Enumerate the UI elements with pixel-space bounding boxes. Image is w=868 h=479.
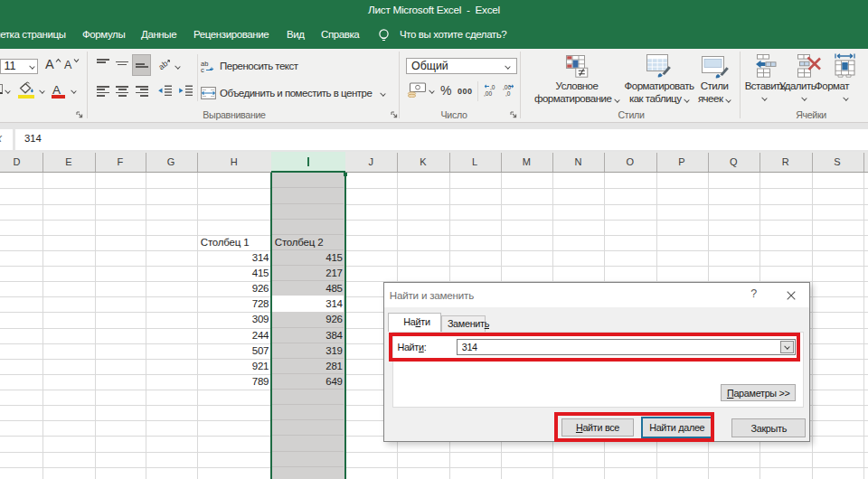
svg-text:,00: ,00 (484, 90, 492, 97)
svg-text:ab: ab (157, 59, 169, 71)
svg-text:,0: ,0 (490, 84, 495, 90)
svg-text:,0: ,0 (505, 90, 511, 97)
svg-text:,00: ,00 (503, 84, 511, 90)
svg-text:c: c (201, 66, 204, 73)
